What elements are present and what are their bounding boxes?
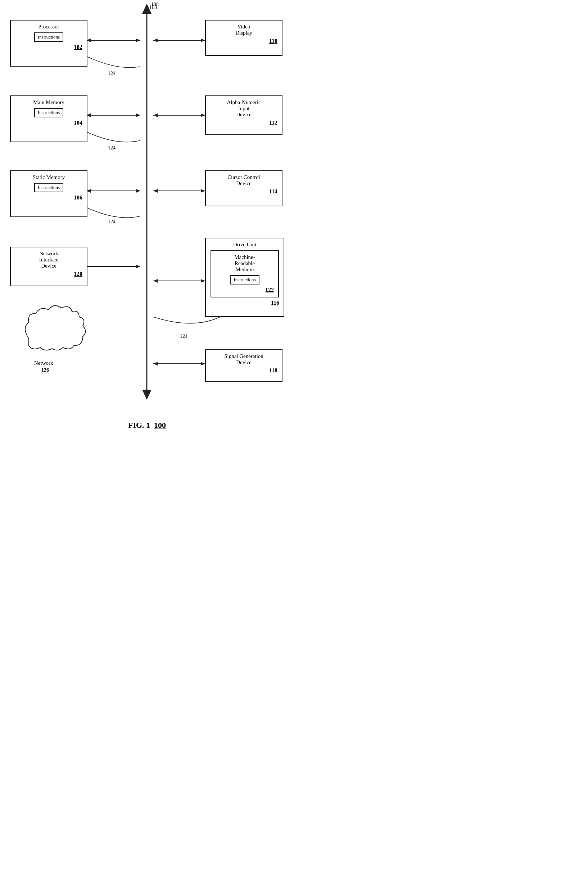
- figure-num: 100: [154, 421, 166, 430]
- processor-box: Processor Instructions 102: [10, 20, 87, 67]
- drive-inner-num: 122: [213, 286, 276, 295]
- svg-text:124: 124: [108, 219, 116, 224]
- svg-marker-28: [153, 362, 158, 366]
- main-memory-box: Main Memory Instructions 104: [10, 95, 87, 142]
- video-display-box: VideoDisplay 110: [205, 20, 282, 56]
- drive-unit-box: Drive Unit Machine-ReadableMedium Instru…: [205, 238, 284, 317]
- drive-unit-label: Drive Unit: [208, 241, 281, 249]
- video-display-label: VideoDisplay: [208, 23, 280, 37]
- svg-marker-10: [136, 113, 140, 117]
- signal-generation-label: Signal GenerationDevice: [208, 352, 280, 367]
- figure-label: FIG. 1 100: [128, 421, 166, 430]
- diagram: 124 124 124 124 108 108 Processor Instru…: [0, 0, 294, 441]
- static-memory-num: 106: [13, 194, 85, 202]
- svg-marker-26: [201, 279, 205, 283]
- cursor-control-label: Cursor ControlDevice: [208, 173, 280, 188]
- svg-marker-7: [153, 39, 158, 42]
- static-memory-instructions: Instructions: [34, 183, 63, 192]
- cursor-control-box: Cursor ControlDevice 114: [205, 170, 282, 206]
- svg-marker-4: [136, 39, 140, 42]
- static-memory-label: Static Memory: [13, 173, 85, 182]
- network-num: 126: [41, 367, 49, 373]
- svg-marker-16: [136, 189, 140, 193]
- svg-text:124: 124: [180, 334, 188, 339]
- alpha-numeric-box: Alpha-NumericInputDevice 112: [205, 95, 282, 135]
- processor-num: 102: [13, 43, 85, 52]
- svg-marker-13: [153, 113, 158, 117]
- svg-marker-29: [201, 362, 205, 366]
- machine-readable-label: Machine-ReadableMedium: [213, 253, 276, 274]
- svg-marker-2: [142, 390, 152, 400]
- processor-instructions: Instructions: [34, 32, 63, 42]
- svg-marker-14: [201, 113, 205, 117]
- bus-label: 108: [151, 2, 159, 8]
- signal-generation-num: 118: [208, 367, 280, 375]
- drive-unit-num: 116: [208, 299, 281, 308]
- svg-marker-1: [142, 4, 152, 14]
- machine-readable-box: Machine-ReadableMedium Instructions 122: [210, 250, 279, 298]
- main-memory-label: Main Memory: [13, 98, 85, 107]
- signal-generation-box: Signal GenerationDevice 118: [205, 349, 282, 382]
- static-memory-box: Static Memory Instructions 106: [10, 170, 87, 217]
- drive-instructions: Instructions: [230, 275, 259, 284]
- video-display-num: 110: [208, 37, 280, 46]
- main-memory-instructions: Instructions: [34, 108, 63, 117]
- svg-marker-19: [153, 189, 158, 193]
- svg-text:124: 124: [108, 145, 116, 150]
- cursor-control-num: 114: [208, 188, 280, 196]
- svg-text:124: 124: [108, 71, 116, 76]
- alpha-numeric-label: Alpha-NumericInputDevice: [208, 98, 280, 119]
- alpha-numeric-num: 112: [208, 119, 280, 128]
- svg-marker-22: [136, 265, 140, 268]
- network-label: Network: [34, 360, 53, 366]
- svg-marker-25: [153, 279, 158, 283]
- network-interface-box: NetworkInterfaceDevice 120: [10, 247, 87, 286]
- processor-label: Processor: [13, 23, 85, 31]
- main-memory-num: 104: [13, 119, 85, 128]
- svg-marker-8: [201, 39, 205, 42]
- network-interface-num: 120: [13, 270, 85, 279]
- svg-marker-20: [201, 189, 205, 193]
- network-interface-label: NetworkInterfaceDevice: [13, 250, 85, 270]
